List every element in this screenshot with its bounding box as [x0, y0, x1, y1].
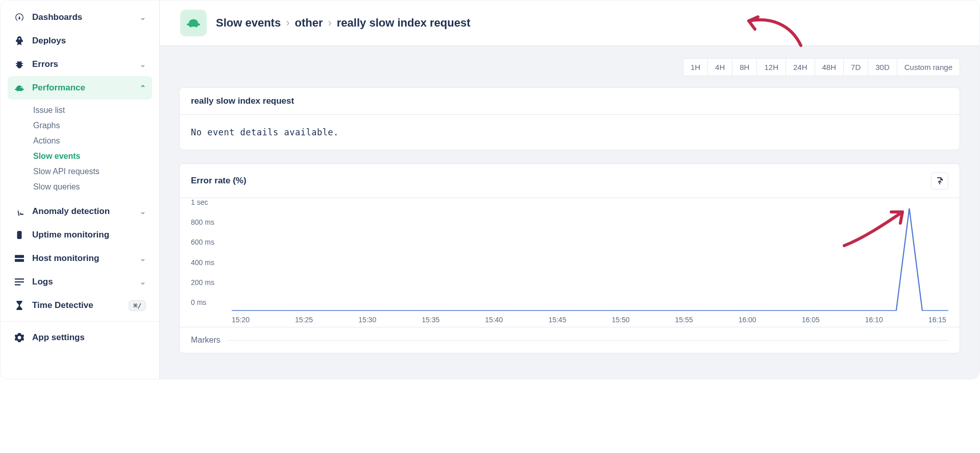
app-window: Dashboards⌄DeploysErrors⌄Performance⌃Iss… [0, 0, 980, 379]
nav-item-time-detective[interactable]: Time Detective⌘/ [8, 294, 152, 317]
x-tick: 15:25 [295, 316, 313, 324]
event-details-card: really slow index request No event detai… [179, 87, 960, 150]
time-range-12h[interactable]: 12H [757, 59, 786, 76]
svg-rect-4 [15, 281, 24, 282]
page-header: Slow events›other›really slow index requ… [160, 1, 979, 46]
nav-item-app-settings[interactable]: App settings [8, 326, 152, 349]
chevron-down-icon: ⌄ [140, 60, 146, 68]
kbd-shortcut: ⌘/ [129, 300, 146, 311]
host-icon [14, 254, 25, 263]
nav-label: Time Detective [32, 300, 93, 311]
svg-rect-1 [15, 255, 24, 258]
nav-item-dashboards[interactable]: Dashboards⌄ [8, 6, 152, 29]
logs-icon [14, 277, 25, 287]
subnav-graphs[interactable]: Graphs [33, 118, 152, 133]
nav-item-performance[interactable]: Performance⌃ [8, 76, 152, 100]
chevron-right-icon: › [286, 16, 289, 30]
nav-item-errors[interactable]: Errors⌄ [8, 53, 152, 76]
time-range-4h[interactable]: 4H [708, 59, 732, 76]
x-tick: 16:10 [865, 316, 883, 324]
x-tick: 15:55 [675, 316, 693, 324]
export-icon [936, 177, 944, 185]
annotation-arrow-breadcrumb [745, 14, 806, 50]
time-range-24h[interactable]: 24H [786, 59, 815, 76]
subnav-slow-api-requests[interactable]: Slow API requests [33, 164, 152, 179]
x-tick: 16:15 [928, 316, 946, 324]
main-panel: Slow events›other›really slow index requ… [160, 1, 979, 379]
nav-label: Performance [32, 83, 85, 93]
error-rate-title: Error rate (%) [191, 176, 247, 186]
nav-label: Anomaly detection [32, 206, 110, 217]
time-range-8h[interactable]: 8H [732, 59, 757, 76]
error-rate-card: Error rate (%) 1 sec800 ms600 ms400 ms20… [179, 163, 960, 353]
nav-item-host-monitoring[interactable]: Host monitoring⌄ [8, 247, 152, 270]
x-tick: 15:20 [232, 316, 250, 324]
y-tick: 0 ms [191, 298, 214, 306]
nav-label: Errors [32, 59, 58, 69]
time-icon [14, 301, 25, 310]
error-rate-chart: 15:2015:2515:3015:3515:4015:4515:5015:55… [232, 208, 948, 324]
nav-label: App settings [32, 332, 85, 343]
time-range-custom-range[interactable]: Custom range [897, 59, 960, 76]
x-tick: 15:30 [358, 316, 376, 324]
time-range-48h[interactable]: 48H [815, 59, 844, 76]
chevron-up-icon: ⌃ [140, 84, 146, 92]
svg-rect-2 [15, 259, 24, 262]
breadcrumb-part: really slow index request [337, 16, 471, 30]
chevron-right-icon: › [328, 16, 331, 30]
breadcrumb: Slow events›other›really slow index requ… [216, 16, 470, 30]
content-area: 1H4H8H12H24H48H7D30DCustom range really … [160, 46, 979, 379]
nav-item-logs[interactable]: Logs⌄ [8, 270, 152, 294]
time-range-7d[interactable]: 7D [844, 59, 868, 76]
subnav-slow-queries[interactable]: Slow queries [33, 179, 152, 195]
y-tick: 1 sec [191, 198, 214, 206]
x-tick: 16:05 [802, 316, 820, 324]
x-tick: 15:40 [485, 316, 503, 324]
y-tick: 800 ms [191, 218, 214, 226]
y-tick: 600 ms [191, 238, 214, 246]
nav-label: Deploys [32, 36, 66, 46]
markers-label: Markers [191, 336, 220, 345]
svg-rect-5 [15, 284, 20, 285]
breadcrumb-part[interactable]: other [295, 16, 323, 30]
y-tick: 200 ms [191, 278, 214, 287]
perf-icon [14, 83, 25, 92]
time-range-1h[interactable]: 1H [683, 59, 708, 76]
export-button[interactable] [931, 172, 948, 189]
turtle-icon [180, 10, 207, 36]
subnav-actions[interactable]: Actions [33, 133, 152, 149]
chevron-down-icon: ⌄ [140, 254, 146, 263]
subnav-issue-list[interactable]: Issue list [33, 103, 152, 118]
x-tick: 15:45 [548, 316, 566, 324]
chevron-down-icon: ⌄ [140, 207, 146, 216]
subnav-slow-events[interactable]: Slow events [33, 149, 152, 164]
nav-label: Logs [32, 277, 53, 287]
nav-label: Uptime monitoring [32, 230, 109, 240]
x-tick: 15:35 [422, 316, 439, 324]
sidebar: Dashboards⌄DeploysErrors⌄Performance⌃Iss… [1, 1, 160, 379]
y-tick: 400 ms [191, 258, 214, 267]
gear-icon [14, 333, 25, 342]
svg-rect-3 [15, 278, 24, 279]
nav-item-anomaly-detection[interactable]: Anomaly detection⌄ [8, 200, 152, 223]
nav-label: Host monitoring [32, 253, 99, 264]
event-details-title: really slow index request [180, 88, 960, 115]
breadcrumb-part[interactable]: Slow events [216, 16, 281, 30]
bug-icon [14, 60, 25, 69]
dashboard-icon [14, 13, 25, 22]
chevron-down-icon: ⌄ [140, 13, 146, 21]
uptime-icon [14, 230, 25, 240]
svg-rect-0 [17, 231, 22, 239]
anomaly-icon [14, 207, 25, 216]
chevron-down-icon: ⌄ [140, 278, 146, 286]
nav-label: Dashboards [32, 12, 82, 22]
nav-item-uptime-monitoring[interactable]: Uptime monitoring [8, 223, 152, 247]
x-tick: 15:50 [611, 316, 629, 324]
markers-row: Markers [180, 327, 960, 353]
time-range-30d[interactable]: 30D [868, 59, 897, 76]
event-details-body: No event details available. [180, 115, 960, 150]
x-tick: 16:00 [739, 316, 756, 324]
nav-item-deploys[interactable]: Deploys [8, 29, 152, 53]
time-range-picker: 1H4H8H12H24H48H7D30DCustom range [179, 58, 960, 76]
deploy-icon [14, 36, 25, 45]
